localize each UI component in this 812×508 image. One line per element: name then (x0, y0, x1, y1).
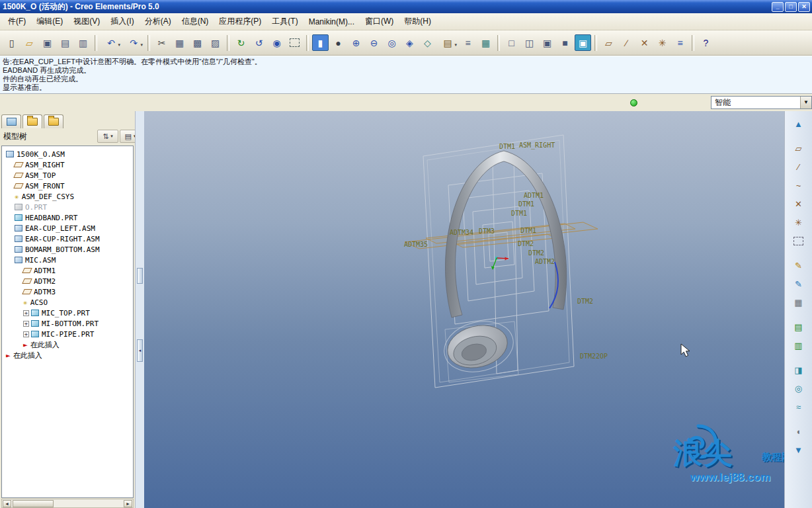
expand-plus-icon[interactable]: + (23, 310, 29, 316)
tree-item-ear-cup-right-asm[interactable]: EAR-CUP-RIGHT.ASM (2, 233, 133, 244)
datum-plane-toggle-button[interactable]: ▱ (600, 34, 617, 51)
scroll-left-icon[interactable]: ◄ (3, 500, 11, 507)
zoom-window-button[interactable]: ◈ (401, 34, 418, 51)
scroll-right-icon[interactable]: ► (124, 500, 132, 507)
datum-label[interactable]: ADTM2 (535, 258, 555, 265)
reorient-button[interactable]: ◇ (419, 34, 436, 51)
select-rect-button[interactable] (286, 34, 303, 51)
paste-button[interactable]: ▩ (189, 34, 206, 51)
layers-button[interactable]: ≡ (460, 34, 476, 51)
view-manager-button[interactable]: ▦ (477, 34, 494, 51)
custom-regenerate-button[interactable]: ↺ (251, 34, 267, 51)
save-button[interactable]: ▣ (39, 34, 56, 51)
tree-item-insert-here-mic[interactable]: ►在此插入 (2, 339, 133, 350)
datum-label[interactable]: DTM1 (499, 143, 515, 150)
tree-item-mic-top-prt[interactable]: +MIC_TOP.PRT (2, 308, 133, 318)
menu-item-help[interactable]: 帮助(H) (399, 13, 436, 30)
sketch-tool-button[interactable]: ✎ (791, 257, 807, 273)
extrude-tool-button[interactable]: ◨ (791, 362, 807, 378)
refit-button[interactable]: ◎ (384, 34, 400, 51)
menu-item-manikin[interactable]: Manikin(M)... (304, 15, 360, 29)
tree-item-insert-here-root[interactable]: ►在此插入 (2, 350, 133, 360)
menu-item-file[interactable]: 件(F) (3, 13, 31, 30)
minimize-button[interactable]: _ (772, 2, 784, 12)
datum-label[interactable]: DTM22OP (580, 353, 608, 360)
datum-csys-toggle-button[interactable]: ✳ (654, 34, 670, 51)
menu-item-info[interactable]: 信息(N) (177, 13, 214, 30)
cut-button[interactable]: ✂ (153, 34, 170, 51)
datum-point-tool-button[interactable]: ✕ (791, 196, 807, 212)
tab-favorites[interactable] (44, 114, 63, 128)
datum-point-toggle-button[interactable]: ✕ (636, 34, 653, 51)
vscroll-thumb[interactable] (137, 268, 143, 284)
datum-axis-toggle-button[interactable]: ∕ (618, 34, 635, 51)
new-file-button[interactable]: ▯ (3, 34, 20, 51)
datum-axis-tool-button[interactable]: ∕ (791, 159, 807, 175)
component-assemble-button[interactable]: ▥ (791, 337, 807, 353)
graphics-viewport[interactable]: DTM1ASM_RIGHTADTM1DTM1DTM1ADTM34DTM3DTM1… (144, 111, 784, 508)
model-tree-hscrollbar[interactable]: ◄ ► (1, 499, 134, 508)
spin-center-tool-button[interactable]: ◖ (791, 423, 807, 439)
revolve-tool-button[interactable]: ◎ (791, 380, 807, 396)
shading-button[interactable]: ■ (557, 34, 573, 51)
datum-label[interactable]: ADTM1 (524, 192, 544, 199)
close-button[interactable]: ✕ (798, 2, 810, 12)
menu-item-window[interactable]: 窗口(W) (360, 13, 399, 30)
print-button[interactable]: ▤ (57, 34, 73, 51)
hscroll-thumb[interactable] (13, 500, 54, 507)
datum-label[interactable]: DTM3 (479, 228, 495, 235)
zoom-out-button[interactable]: ⊖ (366, 34, 382, 51)
datum-label[interactable]: DTM2 (518, 240, 534, 247)
sketched-datum-tool-button[interactable] (791, 233, 807, 249)
datum-plane-tool-button[interactable]: ▱ (791, 140, 807, 156)
expand-plus-icon[interactable]: + (23, 321, 29, 327)
open-button[interactable]: ▱ (21, 34, 38, 51)
datum-label[interactable]: DTM2 (528, 249, 544, 257)
tree-item-asm-top[interactable]: ASM_TOP (2, 170, 133, 181)
menu-item-edit[interactable]: 编辑(E) (31, 13, 68, 30)
undo-button[interactable]: ↶ (101, 34, 122, 51)
tree-item-acso[interactable]: ✳ACSO (2, 297, 133, 308)
ear-cup-geometry[interactable] (443, 319, 512, 374)
regeneration-status-icon[interactable] (629, 97, 638, 108)
menu-item-view[interactable]: 视图(V) (68, 13, 105, 30)
tree-item-adtm1[interactable]: ADTM1 (2, 265, 133, 276)
datum-label[interactable]: ADTM34 (450, 229, 473, 236)
style-tool-button[interactable]: ✎ (791, 276, 807, 292)
copy-geometry-tool-button[interactable]: ▦ (791, 294, 807, 310)
hidden-line-button[interactable]: ◫ (521, 34, 538, 51)
tree-item-mi-bottom-prt[interactable]: +MI-BOTTOM.PRT (2, 318, 133, 329)
tree-item-adtm3[interactable]: ADTM3 (2, 286, 133, 297)
tree-item-headband-prt[interactable]: HEADBAND.PRT (2, 212, 133, 223)
shaded-view-button[interactable]: ● (330, 34, 346, 51)
tree-item-asm-def-csys[interactable]: ✳ASM_DEF_CSYS (2, 191, 133, 202)
datum-label[interactable]: ADTM35 (404, 241, 428, 248)
component-create-button[interactable]: ▤ (791, 319, 807, 335)
repaint-button[interactable]: ▮ (312, 34, 329, 51)
regenerate-button[interactable]: ↻ (233, 34, 249, 51)
annotation-toggle-button[interactable]: ≡ (672, 34, 688, 51)
show-menu-button[interactable]: ⇅▾ (97, 130, 118, 143)
datum-label[interactable]: DTM1 (520, 227, 536, 234)
tree-item-asm-right[interactable]: ASM_RIGHT (2, 159, 133, 170)
find-button[interactable]: ◉ (268, 34, 285, 51)
datum-csys-tool-button[interactable]: ✳ (791, 214, 807, 230)
wireframe-button[interactable]: □ (503, 34, 520, 51)
datum-label[interactable]: DTM2 (577, 298, 593, 305)
redo-button[interactable]: ↷ (123, 34, 144, 51)
chevron-down-icon[interactable]: ▼ (800, 97, 811, 108)
maximize-button[interactable]: □ (785, 2, 797, 12)
scroll-down-button[interactable]: ▼ (791, 442, 807, 458)
panel-collapse-handle[interactable]: ◂ (137, 339, 143, 362)
no-hidden-button[interactable]: ▣ (539, 34, 555, 51)
selection-filter-combo[interactable]: 智能 ▼ (711, 96, 812, 109)
print-preview-button[interactable]: ▥ (75, 34, 91, 51)
tree-item-mic-asm[interactable]: MIC.ASM (2, 255, 133, 265)
menu-item-insert[interactable]: 插入(I) (105, 13, 139, 30)
tree-item-mic-pipe-prt[interactable]: +MIC-PIPE.PRT (2, 329, 133, 339)
paste-special-button[interactable]: ▨ (207, 34, 223, 51)
datum-curve-tool-button[interactable]: ~ (791, 177, 807, 193)
tab-folder-browser[interactable] (22, 114, 42, 128)
panel-splitter[interactable]: ◂ (135, 111, 144, 508)
tree-item-1500k-o-asm[interactable]: 1500K_O.ASM (2, 149, 133, 159)
